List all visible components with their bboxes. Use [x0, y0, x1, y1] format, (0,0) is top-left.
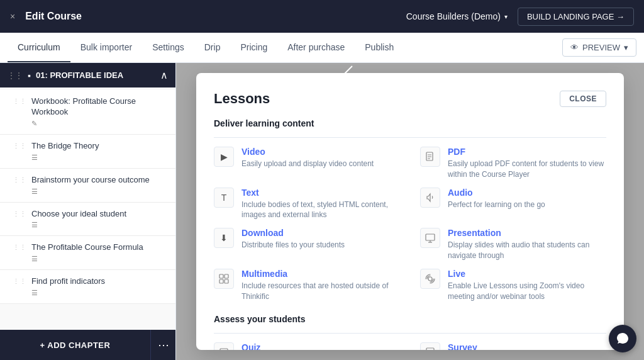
lesson-type-name: Download	[242, 228, 400, 238]
nav-tabs: Curriculum Bulk importer Settings Drip P…	[0, 33, 644, 63]
preview-button[interactable]: 👁 PREVIEW ▾	[562, 38, 636, 57]
nav-tabs-right: 👁 PREVIEW ▾	[562, 33, 636, 62]
lesson-type-icon: ☰	[31, 188, 168, 196]
pdf-icon	[420, 147, 440, 167]
tab-bulk-importer[interactable]: Bulk importer	[70, 33, 142, 62]
lesson-type-icon: ☰	[31, 221, 168, 229]
lesson-name: Brainstorm your course outcome	[31, 175, 168, 186]
lesson-type-name: Presentation	[448, 228, 606, 238]
lesson-type-desc: Include bodies of text, styled HTML cont…	[242, 200, 400, 221]
lesson-content: Find profit indicators ☰	[31, 276, 168, 297]
main-content: ⋮⋮ ▪ 01: PROFITABLE IDEA ∧ ⋮⋮ Workbook: …	[0, 63, 644, 360]
tab-after-purchase[interactable]: After purchase	[277, 33, 355, 62]
tab-pricing[interactable]: Pricing	[230, 33, 277, 62]
lesson-content: The Profitable Course Formula ☰	[31, 242, 168, 263]
list-item[interactable]: ⋮⋮ The Bridge Theory ☰	[0, 135, 175, 169]
drag-handle-icon: ⋮⋮	[13, 98, 26, 106]
lesson-type-live[interactable]: Live Enable Live Lessons using Zoom's vi…	[420, 269, 606, 302]
lesson-type-desc: Perfect for learning on the go	[448, 200, 606, 210]
lesson-type-desc: Display slides with audio that students …	[448, 240, 606, 261]
lesson-list: ⋮⋮ Workbook: Profitable Course Workbook …	[0, 87, 175, 330]
add-chapter-button[interactable]: + ADD CHAPTER	[0, 330, 150, 360]
lessons-modal: Lessons CLOSE Deliver learning content ▶…	[196, 73, 624, 350]
lesson-content: The Bridge Theory ☰	[31, 141, 168, 162]
list-item[interactable]: ⋮⋮ Find profit indicators ☰	[0, 270, 175, 304]
lesson-name: The Profitable Course Formula	[31, 242, 168, 253]
lesson-type-name: Live	[448, 269, 606, 279]
survey-icon	[420, 342, 440, 350]
page-title: Edit Course	[25, 11, 396, 22]
list-item[interactable]: ⋮⋮ Brainstorm your course outcome ☰	[0, 169, 175, 203]
modal-header: Lessons CLOSE	[214, 91, 606, 107]
lesson-type-quiz[interactable]: Quiz Allow students to test their knowle…	[214, 342, 400, 350]
tab-settings[interactable]: Settings	[142, 33, 194, 62]
assess-section-title: Assess your students	[214, 314, 606, 324]
drag-handle-icon: ⋮⋮	[13, 244, 26, 252]
nav-tabs-left: Curriculum Bulk importer Settings Drip P…	[8, 33, 404, 62]
chapter-title: 01: PROFITABLE IDEA	[36, 70, 155, 80]
chapter-toggle-button[interactable]: ∧	[160, 69, 168, 81]
drag-handle-icon: ⋮⋮	[13, 176, 26, 184]
lesson-content: Workbook: Profitable Course Workbook ✎	[31, 96, 168, 128]
lesson-name: The Bridge Theory	[31, 141, 168, 152]
svg-rect-9	[219, 274, 223, 278]
lesson-type-presentation[interactable]: Presentation Display slides with audio t…	[420, 228, 606, 261]
lesson-type-icon: ☰	[31, 255, 168, 263]
lesson-type-pdf[interactable]: PDF Easily upload PDF content for studen…	[420, 147, 606, 180]
lesson-name: Choose your ideal student	[31, 209, 168, 220]
lesson-content: Choose your ideal student ☰	[31, 209, 168, 230]
multimedia-icon	[214, 269, 234, 289]
more-options-button[interactable]: ⋯	[150, 330, 175, 360]
course-selector[interactable]: Course Builders (Demo) ▾	[406, 11, 508, 21]
app-header: × Edit Course Course Builders (Demo) ▾ B…	[0, 0, 644, 33]
lesson-type-desc: Easily upload PDF content for students t…	[448, 159, 606, 180]
lesson-name: Find profit indicators	[31, 276, 168, 287]
build-landing-page-button[interactable]: BUILD LANDING PAGE →	[518, 8, 634, 26]
modal-close-button[interactable]: CLOSE	[560, 91, 606, 107]
tab-curriculum[interactable]: Curriculum	[8, 33, 70, 62]
lesson-type-desc: Distribute files to your students	[242, 240, 400, 250]
lesson-type-download[interactable]: ⬇ Download Distribute files to your stud…	[214, 228, 400, 261]
content-area: Lessons CLOSE Deliver learning content ▶…	[176, 63, 644, 360]
lesson-type-video[interactable]: ▶ Video Easily upload and display video …	[214, 147, 400, 180]
chapter-icon: ▪	[28, 70, 31, 81]
divider	[214, 333, 606, 334]
sidebar: ⋮⋮ ▪ 01: PROFITABLE IDEA ∧ ⋮⋮ Workbook: …	[0, 63, 176, 360]
drag-handle-icon: ⋮⋮	[8, 71, 23, 80]
chevron-down-icon: ▾	[504, 13, 508, 20]
tab-publish[interactable]: Publish	[355, 33, 404, 62]
lesson-type-icon: ☰	[31, 154, 168, 162]
add-chapter-bar: + ADD CHAPTER ⋯	[0, 330, 175, 360]
list-item[interactable]: ⋮⋮ Choose your ideal student ☰	[0, 203, 175, 237]
lesson-type-name: Video	[242, 147, 400, 157]
list-item[interactable]: ⋮⋮ Workbook: Profitable Course Workbook …	[0, 90, 175, 135]
assess-lesson-grid: Quiz Allow students to test their knowle…	[214, 342, 606, 350]
modal-overlay[interactable]: Lessons CLOSE Deliver learning content ▶…	[176, 63, 644, 360]
lesson-name: Workbook: Profitable Course Workbook	[31, 96, 168, 118]
chat-bubble[interactable]	[609, 325, 636, 352]
close-button[interactable]: ×	[10, 11, 15, 21]
video-icon: ▶	[214, 147, 234, 167]
eye-icon: 👁	[570, 43, 579, 52]
svg-rect-6	[426, 234, 435, 240]
lesson-type-text[interactable]: T Text Include bodies of text, styled HT…	[214, 188, 400, 221]
lesson-type-icon: ☰	[31, 289, 168, 297]
lesson-type-survey[interactable]: Survey Incorporate avenues for feedback …	[420, 342, 606, 350]
tab-drip[interactable]: Drip	[194, 33, 231, 62]
audio-icon	[420, 188, 440, 208]
download-icon: ⬇	[214, 228, 234, 248]
list-item[interactable]: ⋮⋮ The Profitable Course Formula ☰	[0, 236, 175, 270]
svg-rect-11	[219, 279, 223, 283]
lesson-type-audio[interactable]: Audio Perfect for learning on the go	[420, 188, 606, 221]
course-selector-label: Course Builders (Demo)	[406, 11, 501, 21]
lesson-type-name: PDF	[448, 147, 606, 157]
lesson-content: Brainstorm your course outcome ☰	[31, 175, 168, 196]
lesson-type-multimedia[interactable]: Multimedia Include resources that are ho…	[214, 269, 400, 302]
divider	[214, 137, 606, 138]
lesson-type-name: Quiz	[242, 342, 400, 350]
drag-handle-icon: ⋮⋮	[13, 142, 26, 150]
quiz-icon	[214, 342, 234, 350]
svg-point-13	[428, 277, 432, 281]
chevron-down-icon: ▾	[624, 43, 628, 52]
svg-rect-10	[225, 274, 228, 278]
